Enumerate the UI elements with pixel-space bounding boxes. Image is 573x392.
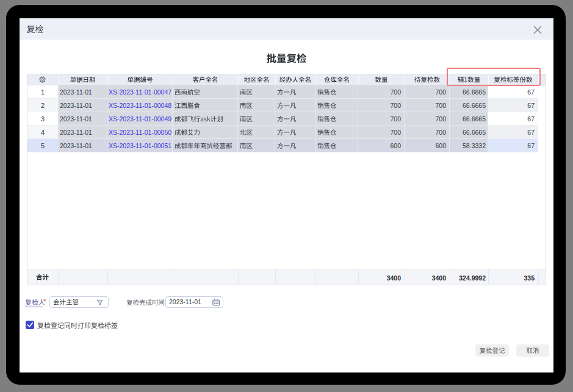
svg-text:*: *	[43, 298, 46, 306]
